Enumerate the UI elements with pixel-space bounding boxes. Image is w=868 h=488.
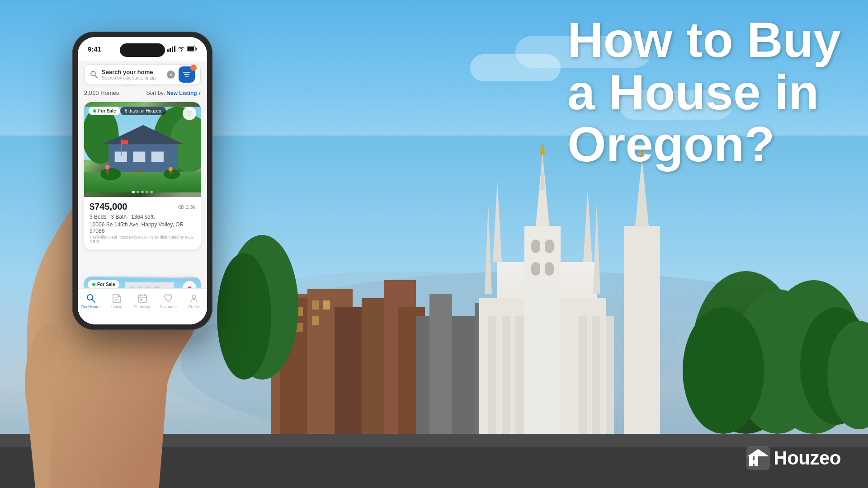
svg-rect-27 xyxy=(592,316,600,452)
dynamic-island xyxy=(120,43,165,57)
bottom-nav: Find Home Listing xyxy=(78,288,207,324)
sort-by: Sort by: New Listing ▾ xyxy=(146,90,201,96)
nav-listing[interactable]: Listing xyxy=(106,293,127,309)
houzeo-logo: Houzeo xyxy=(746,446,841,470)
svg-rect-15 xyxy=(312,300,319,310)
svg-line-70 xyxy=(95,75,97,78)
phone-wrapper: 9:41 xyxy=(36,9,235,488)
svg-rect-24 xyxy=(502,316,510,452)
dot-1 xyxy=(132,191,135,193)
listing-price-row: $745,000 2.3k xyxy=(90,202,195,212)
image-dots xyxy=(132,191,153,193)
headline-text: How to Buy a House in Oregon? xyxy=(567,14,841,170)
headline-line2: a House in xyxy=(567,64,819,120)
svg-rect-63 xyxy=(170,48,171,52)
nav-favourite[interactable]: Favourite xyxy=(157,293,179,309)
svg-rect-37 xyxy=(541,145,544,155)
nav-showings[interactable]: Showings xyxy=(132,293,153,309)
svg-rect-67 xyxy=(188,47,194,51)
find-home-icon xyxy=(86,293,96,303)
svg-point-108 xyxy=(87,295,93,300)
nav-favourite-label: Favourite xyxy=(160,305,177,309)
dot-4 xyxy=(146,191,148,193)
svg-rect-68 xyxy=(196,48,197,50)
svg-rect-59 xyxy=(755,455,758,466)
svg-rect-23 xyxy=(488,316,496,452)
svg-rect-62 xyxy=(167,49,169,52)
svg-rect-30 xyxy=(531,239,540,253)
svg-rect-33 xyxy=(545,262,554,276)
svg-line-109 xyxy=(92,300,95,302)
svg-point-48 xyxy=(683,307,764,434)
eye-icon xyxy=(178,205,184,209)
svg-rect-119 xyxy=(140,299,142,300)
listing-details: 3 Beds 3 Bath 1364 sqft. xyxy=(90,214,195,220)
showings-icon xyxy=(137,293,147,303)
svg-point-94 xyxy=(180,206,182,208)
nav-find-home-label: Find Home xyxy=(81,305,101,309)
svg-rect-81 xyxy=(133,152,145,162)
phone-screen: 9:41 xyxy=(78,37,207,324)
listing-badge-forsale: For Sale xyxy=(89,107,120,115)
listing-address: 10006 Se 145th Ave, Happy Valley, OR 970… xyxy=(90,221,195,234)
status-time: 9:41 xyxy=(88,45,101,53)
houzeo-house-icon xyxy=(746,446,770,470)
search-filter-button[interactable]: 2 xyxy=(179,66,195,83)
green-dot-2 xyxy=(92,283,95,286)
svg-rect-32 xyxy=(531,262,540,276)
green-dot xyxy=(93,109,96,113)
favourite-icon xyxy=(163,293,173,303)
phone-frame: 9:41 xyxy=(72,32,212,330)
listing-info-1: $745,000 2.3k 3 Beds 3 Bath 1364 s xyxy=(84,197,201,249)
listing-icon xyxy=(112,293,122,303)
listing-image-1: For Sale 6 days on Houzeo ♡ xyxy=(84,102,201,197)
svg-point-88 xyxy=(105,164,110,169)
svg-rect-115 xyxy=(138,295,146,302)
dot-3 xyxy=(141,191,144,193)
listing-price: $745,000 xyxy=(90,202,127,212)
listing-badge-days: 6 days on Houzeo xyxy=(120,107,166,115)
svg-point-85 xyxy=(100,168,121,180)
listing-card-1[interactable]: For Sale 6 days on Houzeo ♡ $ xyxy=(84,102,201,249)
nav-profile-label: Profile xyxy=(189,305,200,309)
svg-rect-31 xyxy=(545,239,554,253)
svg-rect-25 xyxy=(515,316,524,452)
svg-rect-64 xyxy=(172,47,173,52)
dot-5 xyxy=(150,191,153,193)
signal-icon xyxy=(167,46,175,52)
svg-point-90 xyxy=(169,167,173,171)
nav-find-home[interactable]: Find Home xyxy=(80,293,102,309)
wifi-icon xyxy=(178,46,185,52)
search-bar[interactable]: Search your home Search by city, state, … xyxy=(84,64,201,85)
svg-rect-17 xyxy=(312,316,319,325)
status-icons xyxy=(167,46,197,52)
listing-source: Nashville (Real Tracs Mid) MLS-TN as dis… xyxy=(90,235,195,244)
search-clear-button[interactable]: ✕ xyxy=(167,70,175,79)
filter-icon xyxy=(183,71,190,78)
search-main-text: Search your home xyxy=(102,69,163,75)
headline-line3: Oregon? xyxy=(567,116,774,172)
dot-2 xyxy=(137,191,139,193)
svg-rect-65 xyxy=(174,46,175,52)
svg-rect-28 xyxy=(606,316,614,452)
results-count: 2,010 Homes xyxy=(84,89,119,96)
brand-name: Houzeo xyxy=(774,447,841,469)
search-icon xyxy=(90,70,98,79)
profile-icon xyxy=(189,293,199,303)
view-count: 2.3k xyxy=(178,204,195,210)
battery-icon xyxy=(187,46,197,52)
search-text-area: Search your home Search by city, state, … xyxy=(102,69,163,80)
svg-rect-92 xyxy=(122,140,128,144)
headline-line1: How to Buy xyxy=(567,12,841,67)
svg-point-120 xyxy=(192,295,196,299)
svg-rect-91 xyxy=(121,139,122,155)
listing1-favorite-button[interactable]: ♡ xyxy=(183,107,196,120)
svg-rect-26 xyxy=(579,316,587,452)
svg-rect-16 xyxy=(323,300,330,310)
search-sub-text: Search by city, state, or zip xyxy=(102,75,163,80)
svg-rect-82 xyxy=(151,152,164,162)
nav-profile[interactable]: Profile xyxy=(183,293,205,309)
filter-badge: 2 xyxy=(190,65,197,71)
nav-listing-label: Listing xyxy=(111,305,123,309)
results-header: 2,010 Homes Sort by: New Listing ▾ xyxy=(84,89,201,96)
